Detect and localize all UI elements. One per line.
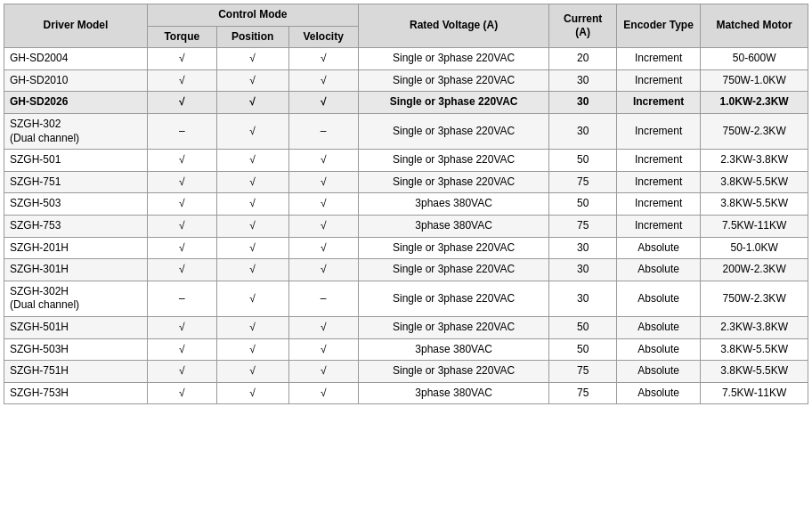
- table-row: Absolute: [616, 338, 700, 361]
- table-row: GH-SD2026: [4, 92, 148, 114]
- table-row: SZGH-751H: [4, 361, 148, 383]
- table-row: –: [288, 281, 358, 316]
- table-row: √: [147, 69, 216, 92]
- table-row: √: [147, 92, 216, 114]
- table-row: √: [216, 382, 288, 404]
- table-row: 30: [549, 281, 617, 316]
- table-row: 50-600W: [701, 48, 808, 70]
- table-row: SZGH-751: [4, 171, 148, 193]
- table-row: √: [216, 237, 288, 259]
- table-row: √: [288, 316, 358, 338]
- table-row: √: [216, 316, 288, 338]
- table-row: SZGH-503: [4, 193, 148, 216]
- table-row: SZGH-302H(Dual channel): [4, 281, 148, 316]
- header-driver-model: Driver Model: [4, 4, 148, 48]
- table-row: 3phase 380VAC: [358, 338, 549, 361]
- table-row: Single or 3phase 220VAC: [358, 48, 549, 70]
- table-row: √: [216, 171, 288, 193]
- table-row: √: [288, 382, 358, 404]
- table-row: √: [147, 382, 216, 404]
- table-row: Single or 3phase 220VAC: [358, 69, 549, 92]
- table-row: 50: [549, 193, 617, 216]
- table-row: √: [216, 215, 288, 237]
- table-row: Single or 3phase 220VAC: [358, 150, 549, 172]
- table-row: 75: [549, 361, 617, 383]
- table-row: SZGH-201H: [4, 237, 148, 259]
- table-row: √: [147, 215, 216, 237]
- table-row: √: [216, 150, 288, 172]
- table-row: √: [288, 48, 358, 70]
- table-row: √: [288, 215, 358, 237]
- table-row: SZGH-501: [4, 150, 148, 172]
- table-row: √: [288, 361, 358, 383]
- table-row: 30: [549, 237, 617, 259]
- table-row: √: [288, 338, 358, 361]
- table-row: √: [288, 69, 358, 92]
- header-matched-motor: Matched Motor: [701, 4, 808, 48]
- table-row: Absolute: [616, 281, 700, 316]
- table-row: √: [147, 361, 216, 383]
- header-encoder-type: Encoder Type: [616, 4, 700, 48]
- table-row: 7.5KW-11KW: [701, 382, 808, 404]
- table-row: SZGH-301H: [4, 259, 148, 281]
- header-velocity: Velocity: [288, 26, 358, 48]
- table-row: √: [216, 281, 288, 316]
- table-row: 3.8KW-5.5KW: [701, 193, 808, 216]
- table-row: Increment: [616, 48, 700, 70]
- table-row: 3phase 380VAC: [358, 215, 549, 237]
- table-row: Increment: [616, 113, 700, 149]
- table-row: 3.8KW-5.5KW: [701, 338, 808, 361]
- header-current: Current (A): [549, 4, 617, 48]
- table-row: 75: [549, 382, 617, 404]
- main-table-wrapper: Driver Model Control Mode Rated Voltage …: [4, 4, 808, 404]
- table-row: 750W-2.3KW: [701, 281, 808, 316]
- table-row: Single or 3phase 220VAC: [358, 113, 549, 149]
- table-row: SZGH-302(Dual channel): [4, 113, 148, 149]
- table-row: 7.5KW-11KW: [701, 215, 808, 237]
- table-row: Absolute: [616, 361, 700, 383]
- table-row: 75: [549, 215, 617, 237]
- table-row: GH-SD2004: [4, 48, 148, 70]
- table-row: 50: [549, 316, 617, 338]
- header-position: Position: [216, 26, 288, 48]
- table-row: Absolute: [616, 237, 700, 259]
- table-row: 3.8KW-5.5KW: [701, 361, 808, 383]
- table-row: 30: [549, 259, 617, 281]
- table-row: 750W-1.0KW: [701, 69, 808, 92]
- table-row: √: [147, 259, 216, 281]
- table-row: Increment: [616, 92, 700, 114]
- table-row: Single or 3phase 220VAC: [358, 361, 549, 383]
- table-row: 200W-2.3KW: [701, 259, 808, 281]
- table-row: √: [288, 237, 358, 259]
- table-row: Increment: [616, 69, 700, 92]
- header-control-mode: Control Mode: [147, 4, 358, 27]
- table-row: √: [288, 259, 358, 281]
- table-row: 30: [549, 113, 617, 149]
- table-row: SZGH-501H: [4, 316, 148, 338]
- table-row: 50: [549, 338, 617, 361]
- table-row: 2.3KW-3.8KW: [701, 150, 808, 172]
- table-row: 75: [549, 171, 617, 193]
- table-row: √: [288, 193, 358, 216]
- table-row: √: [147, 338, 216, 361]
- table-row: √: [216, 338, 288, 361]
- table-row: 20: [549, 48, 617, 70]
- table-row: √: [216, 92, 288, 114]
- table-row: Increment: [616, 215, 700, 237]
- table-row: 2.3KW-3.8KW: [701, 316, 808, 338]
- driver-table: Driver Model Control Mode Rated Voltage …: [4, 4, 808, 404]
- table-row: 750W-2.3KW: [701, 113, 808, 149]
- table-row: 30: [549, 92, 617, 114]
- table-row: √: [288, 171, 358, 193]
- table-row: SZGH-503H: [4, 338, 148, 361]
- table-row: √: [147, 48, 216, 70]
- table-row: √: [147, 171, 216, 193]
- table-row: √: [216, 361, 288, 383]
- table-row: √: [147, 237, 216, 259]
- table-row: Single or 3phase 220VAC: [358, 316, 549, 338]
- table-row: Increment: [616, 193, 700, 216]
- table-row: 50: [549, 150, 617, 172]
- table-row: –: [147, 281, 216, 316]
- table-row: √: [216, 193, 288, 216]
- table-row: √: [288, 150, 358, 172]
